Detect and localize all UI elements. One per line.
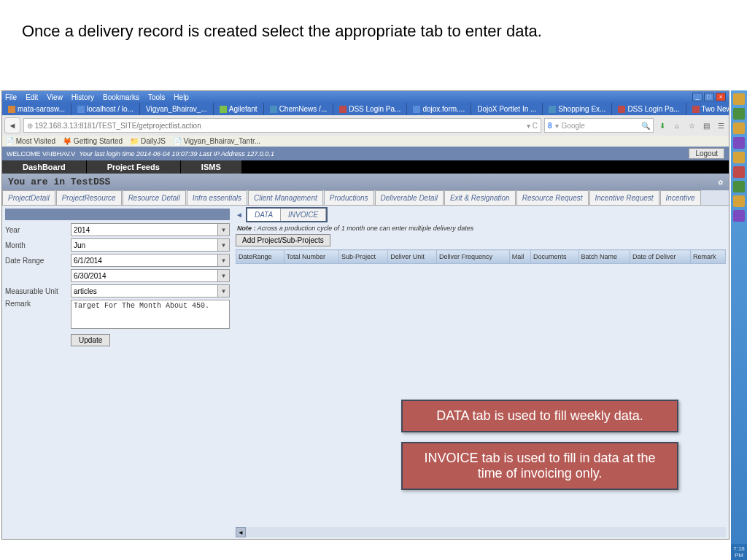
browser-tab[interactable]: DSS Login Pa... xyxy=(333,103,407,115)
download-icon[interactable]: ⬇ xyxy=(657,120,668,131)
menu-tools[interactable]: Tools xyxy=(148,93,165,101)
col-remark[interactable]: Remark xyxy=(690,250,725,264)
browser-tab[interactable]: Vigyan_Bhairav_... xyxy=(140,103,214,115)
menu-history[interactable]: History xyxy=(71,93,94,101)
browser-tab[interactable]: Two New Pla... xyxy=(686,103,729,115)
menu-help[interactable]: Help xyxy=(174,93,189,101)
browser-tab[interactable]: Shopping Ex... xyxy=(543,103,612,115)
col-daterange[interactable]: DateRange xyxy=(236,250,285,264)
bookmarks-bar: 📄 Most Visited 🦊 Getting Started 📁 Daily… xyxy=(2,136,729,147)
remark-textarea[interactable]: Target For The Month About 450. xyxy=(71,300,230,329)
browser-menubar: File Edit View History Bookmarks Tools H… xyxy=(2,91,729,103)
col-deliverfreq[interactable]: Deliver Frequency xyxy=(437,250,510,264)
minimize-icon[interactable]: _ xyxy=(692,93,703,101)
nav-isms[interactable]: ISMS xyxy=(181,160,242,174)
nav-project-feeds[interactable]: Project Feeds xyxy=(87,160,181,174)
unit-label: Measurable Unit xyxy=(5,287,71,295)
add-project-button[interactable]: Add Project/Sub-Projects xyxy=(236,234,330,246)
main-nav: DashBoard Project Feeds ISMS xyxy=(2,160,729,174)
update-button[interactable]: Update xyxy=(71,334,110,346)
favicon-icon xyxy=(8,106,15,113)
url-input[interactable]: ⊕ 192.168.3.13:8181/TEST_SITE/getproject… xyxy=(23,118,541,133)
gear-icon[interactable]: ✿ xyxy=(718,177,723,187)
browser-tab[interactable]: Agilefant xyxy=(214,103,264,115)
browser-tab[interactable]: mata-sarasw... xyxy=(2,103,71,115)
col-documents[interactable]: Documents xyxy=(531,250,578,264)
search-input[interactable]: 8▾Google🔍 xyxy=(544,118,654,133)
chevron-down-icon: ▼ xyxy=(217,270,229,281)
bookmark-item[interactable]: 📄 Most Visited xyxy=(5,137,55,145)
subtab-infra[interactable]: Infra essentials xyxy=(187,190,247,205)
chevron-down-icon: ▼ xyxy=(217,285,229,297)
tray-icon[interactable] xyxy=(733,210,745,222)
year-label: Year xyxy=(5,226,71,234)
menu-view[interactable]: View xyxy=(47,93,63,101)
menu-edit[interactable]: Edit xyxy=(26,93,38,101)
col-batchname[interactable]: Batch Name xyxy=(578,250,630,264)
logout-button[interactable]: Logout xyxy=(689,148,724,159)
scroll-left-icon[interactable]: ◄ xyxy=(236,527,246,537)
browser-tabs: mata-sarasw... localhost / lo... Vigyan_… xyxy=(2,103,729,115)
tray-icon[interactable] xyxy=(733,137,745,149)
tray-icon[interactable] xyxy=(733,108,745,120)
bookmark-item[interactable]: 📄 Vigyan_Bhairav_Tantr... xyxy=(173,137,260,145)
tab-invoice[interactable]: INVOICE xyxy=(281,209,326,221)
browser-tab[interactable]: DojoX Portlet In ... xyxy=(471,103,543,115)
year-select[interactable]: 2014▼ xyxy=(71,223,230,236)
subtab-projectresource[interactable]: ProjectResource xyxy=(56,190,122,205)
close-icon[interactable]: × xyxy=(716,93,726,101)
menu-icon[interactable]: ☰ xyxy=(715,120,727,131)
windows-sidebar xyxy=(731,90,747,560)
favicon-icon xyxy=(549,106,556,113)
menu-bookmarks[interactable]: Bookmarks xyxy=(103,93,139,101)
nav-dashboard[interactable]: DashBoard xyxy=(2,160,87,174)
unit-select[interactable]: articles▼ xyxy=(71,284,230,298)
menu-file[interactable]: File xyxy=(5,93,17,101)
favicon-icon xyxy=(339,106,347,113)
col-dateofdeliver[interactable]: Date of Deliver xyxy=(630,250,691,264)
chevron-down-icon: ▼ xyxy=(217,254,229,266)
chevron-down-icon: ▼ xyxy=(217,239,229,251)
date-from-input[interactable]: 6/1/2014▼ xyxy=(71,254,230,267)
subtab-productions[interactable]: Productions xyxy=(324,190,374,205)
subtab-resourcereq[interactable]: Resource Request xyxy=(516,190,589,205)
subtab-deliverable[interactable]: Deliverable Detail xyxy=(375,190,444,205)
note-text: Note : Across a production cycle of 1 mo… xyxy=(236,222,726,234)
col-deliverunit[interactable]: Deliver Unit xyxy=(388,250,437,264)
month-select[interactable]: Jun▼ xyxy=(71,238,230,252)
tray-icon[interactable] xyxy=(733,152,745,163)
browser-tab[interactable]: DSS Login Pa... xyxy=(612,103,686,115)
col-mail[interactable]: Mail xyxy=(509,250,530,264)
browser-tab[interactable]: localhost / lo... xyxy=(71,103,140,115)
tray-icon[interactable] xyxy=(733,181,745,192)
col-totalnumber[interactable]: Total Number xyxy=(284,250,338,264)
subtab-exit[interactable]: Exit & Resignation xyxy=(444,190,516,205)
subtab-projectdetail[interactable]: ProjectDetail xyxy=(2,190,55,205)
horizontal-scrollbar[interactable]: ◄ xyxy=(236,527,726,537)
subtab-resourcedetail[interactable]: Resource Detail xyxy=(123,190,186,205)
tray-icon[interactable] xyxy=(733,122,745,134)
chevron-down-icon: ▼ xyxy=(217,224,229,236)
browser-tab[interactable]: ChemNews /... xyxy=(264,103,334,115)
bookmark-item[interactable]: 🦊 Getting Started xyxy=(63,137,123,145)
back-button[interactable]: ◄ xyxy=(4,117,20,133)
tray-icon[interactable] xyxy=(733,93,745,105)
maximize-icon[interactable]: □ xyxy=(704,93,714,101)
chevron-left-icon[interactable]: ◄ xyxy=(236,211,243,219)
bookmark-icon[interactable]: ☆ xyxy=(686,120,697,131)
tray-icon[interactable] xyxy=(733,166,745,178)
browser-tab[interactable]: dojox.form.... xyxy=(407,103,471,115)
date-to-input[interactable]: 6/30/2014▼ xyxy=(71,269,230,282)
favicon-icon xyxy=(270,106,277,113)
search-icon[interactable]: 🔍 xyxy=(641,122,650,130)
subtab-incentive[interactable]: Incentive xyxy=(660,190,701,205)
subtab-client[interactable]: Client Management xyxy=(248,190,323,205)
col-subproject[interactable]: Sub-Project xyxy=(338,250,387,264)
home-icon[interactable]: ⌂ xyxy=(671,120,683,131)
subtab-incentivereq[interactable]: Incentive Request xyxy=(589,190,659,205)
tab-data[interactable]: DATA xyxy=(247,209,281,221)
bookmark-item[interactable]: 📁 DailyJS xyxy=(130,137,166,145)
tray-icon[interactable] xyxy=(733,195,745,207)
favicon-icon xyxy=(77,106,85,113)
list-icon[interactable]: ▤ xyxy=(700,120,712,131)
